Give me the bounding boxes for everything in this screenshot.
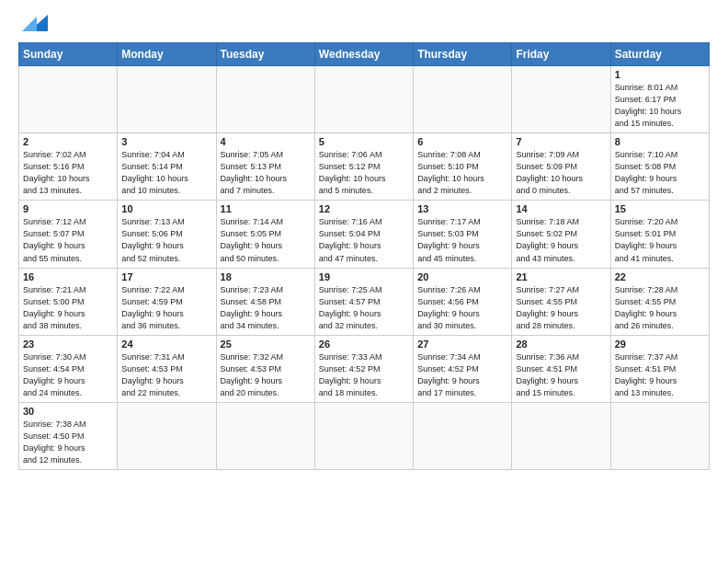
calendar-cell: 26Sunrise: 7:33 AM Sunset: 4:52 PM Dayli… [314,335,413,402]
calendar-cell: 13Sunrise: 7:17 AM Sunset: 5:03 PM Dayli… [414,201,512,268]
day-info: Sunrise: 7:10 AM Sunset: 5:08 PM Dayligh… [615,149,705,197]
calendar-cell: 21Sunrise: 7:27 AM Sunset: 4:55 PM Dayli… [512,268,610,335]
calendar-week-5: 23Sunrise: 7:30 AM Sunset: 4:54 PM Dayli… [19,335,710,402]
page: SundayMondayTuesdayWednesdayThursdayFrid… [0,0,728,479]
calendar-cell [216,402,314,469]
calendar-cell: 24Sunrise: 7:31 AM Sunset: 4:53 PM Dayli… [118,335,216,402]
calendar-cell [314,402,413,469]
calendar-cell [512,402,610,469]
day-number: 19 [319,271,409,282]
weekday-header-thursday: Thursday [414,43,512,66]
day-number: 9 [23,203,113,214]
weekday-header-tuesday: Tuesday [216,43,314,66]
day-info: Sunrise: 7:14 AM Sunset: 5:05 PM Dayligh… [221,216,311,264]
day-info: Sunrise: 7:05 AM Sunset: 5:13 PM Dayligh… [221,149,311,197]
weekday-header-sunday: Sunday [19,43,118,66]
day-info: Sunrise: 7:32 AM Sunset: 4:53 PM Dayligh… [221,351,311,399]
calendar-cell: 17Sunrise: 7:22 AM Sunset: 4:59 PM Dayli… [118,268,216,335]
day-number: 5 [319,136,409,147]
calendar-cell: 29Sunrise: 7:37 AM Sunset: 4:51 PM Dayli… [610,335,709,402]
calendar-week-4: 16Sunrise: 7:21 AM Sunset: 5:00 PM Dayli… [19,268,710,335]
day-info: Sunrise: 7:30 AM Sunset: 4:54 PM Dayligh… [23,351,113,399]
day-number: 22 [615,271,705,282]
day-number: 28 [516,339,606,350]
day-number: 2 [23,136,113,147]
day-number: 25 [221,339,311,350]
day-info: Sunrise: 7:37 AM Sunset: 4:51 PM Dayligh… [615,351,705,399]
calendar-cell: 25Sunrise: 7:32 AM Sunset: 4:53 PM Dayli… [216,335,314,402]
day-number: 21 [516,271,606,282]
day-number: 16 [23,271,113,282]
day-number: 24 [121,339,211,350]
day-info: Sunrise: 7:33 AM Sunset: 4:52 PM Dayligh… [319,351,409,399]
calendar-cell: 12Sunrise: 7:16 AM Sunset: 5:04 PM Dayli… [314,201,413,268]
day-number: 29 [615,339,705,350]
calendar-cell: 10Sunrise: 7:13 AM Sunset: 5:06 PM Dayli… [118,201,216,268]
calendar-cell: 9Sunrise: 7:12 AM Sunset: 5:07 PM Daylig… [19,201,118,268]
calendar-cell: 7Sunrise: 7:09 AM Sunset: 5:09 PM Daylig… [512,133,610,201]
day-info: Sunrise: 7:02 AM Sunset: 5:16 PM Dayligh… [23,149,113,197]
calendar-cell: 4Sunrise: 7:05 AM Sunset: 5:13 PM Daylig… [216,133,314,201]
calendar-cell: 22Sunrise: 7:28 AM Sunset: 4:55 PM Dayli… [610,268,709,335]
calendar-cell: 2Sunrise: 7:02 AM Sunset: 5:16 PM Daylig… [19,133,118,201]
calendar-cell [512,66,610,133]
day-info: Sunrise: 7:06 AM Sunset: 5:12 PM Dayligh… [319,149,409,197]
calendar-cell [19,66,118,133]
calendar-cell [216,66,314,133]
calendar-week-1: 1Sunrise: 8:01 AM Sunset: 6:17 PM Daylig… [19,66,710,133]
calendar-table: SundayMondayTuesdayWednesdayThursdayFrid… [18,42,710,470]
calendar-cell: 20Sunrise: 7:26 AM Sunset: 4:56 PM Dayli… [414,268,512,335]
calendar-cell [118,66,216,133]
calendar-cell: 1Sunrise: 8:01 AM Sunset: 6:17 PM Daylig… [610,66,709,133]
calendar-cell: 11Sunrise: 7:14 AM Sunset: 5:05 PM Dayli… [216,201,314,268]
calendar-cell: 27Sunrise: 7:34 AM Sunset: 4:52 PM Dayli… [414,335,512,402]
day-info: Sunrise: 7:17 AM Sunset: 5:03 PM Dayligh… [417,216,507,264]
calendar-cell [414,402,512,469]
day-info: Sunrise: 8:01 AM Sunset: 6:17 PM Dayligh… [615,82,705,130]
day-info: Sunrise: 7:21 AM Sunset: 5:00 PM Dayligh… [23,284,113,332]
calendar-week-2: 2Sunrise: 7:02 AM Sunset: 5:16 PM Daylig… [19,133,710,201]
header [18,15,710,33]
day-number: 30 [23,406,113,417]
calendar-cell: 14Sunrise: 7:18 AM Sunset: 5:02 PM Dayli… [512,201,610,268]
day-number: 1 [615,69,705,80]
day-info: Sunrise: 7:28 AM Sunset: 4:55 PM Dayligh… [615,284,705,332]
day-number: 20 [417,271,507,282]
calendar-cell: 6Sunrise: 7:08 AM Sunset: 5:10 PM Daylig… [414,133,512,201]
day-info: Sunrise: 7:20 AM Sunset: 5:01 PM Dayligh… [615,216,705,264]
day-info: Sunrise: 7:31 AM Sunset: 4:53 PM Dayligh… [121,351,211,399]
day-info: Sunrise: 7:09 AM Sunset: 5:09 PM Dayligh… [516,149,606,197]
calendar-cell [118,402,216,469]
weekday-header-saturday: Saturday [610,43,709,66]
day-info: Sunrise: 7:26 AM Sunset: 4:56 PM Dayligh… [417,284,507,332]
calendar-cell: 5Sunrise: 7:06 AM Sunset: 5:12 PM Daylig… [314,133,413,201]
day-number: 26 [319,339,409,350]
day-number: 7 [516,136,606,147]
svg-marker-1 [22,17,37,31]
day-number: 11 [221,203,311,214]
day-number: 17 [121,271,211,282]
day-info: Sunrise: 7:22 AM Sunset: 4:59 PM Dayligh… [121,284,211,332]
logo-icon [22,13,50,33]
day-number: 10 [121,203,211,214]
day-number: 12 [319,203,409,214]
weekday-header-friday: Friday [512,43,610,66]
day-number: 3 [121,136,211,147]
day-info: Sunrise: 7:16 AM Sunset: 5:04 PM Dayligh… [319,216,409,264]
calendar-cell: 23Sunrise: 7:30 AM Sunset: 4:54 PM Dayli… [19,335,118,402]
weekday-header-monday: Monday [118,43,216,66]
weekday-header-row: SundayMondayTuesdayWednesdayThursdayFrid… [19,43,710,66]
day-info: Sunrise: 7:04 AM Sunset: 5:14 PM Dayligh… [121,149,211,197]
day-number: 14 [516,203,606,214]
day-number: 4 [221,136,311,147]
calendar-cell [414,66,512,133]
day-info: Sunrise: 7:38 AM Sunset: 4:50 PM Dayligh… [23,419,113,466]
weekday-header-wednesday: Wednesday [314,43,413,66]
day-number: 6 [417,136,507,147]
calendar-cell: 15Sunrise: 7:20 AM Sunset: 5:01 PM Dayli… [610,201,709,268]
calendar-cell: 18Sunrise: 7:23 AM Sunset: 4:58 PM Dayli… [216,268,314,335]
calendar-cell [610,402,709,469]
calendar-week-3: 9Sunrise: 7:12 AM Sunset: 5:07 PM Daylig… [19,201,710,268]
day-number: 15 [615,203,705,214]
calendar-cell: 30Sunrise: 7:38 AM Sunset: 4:50 PM Dayli… [19,402,118,469]
